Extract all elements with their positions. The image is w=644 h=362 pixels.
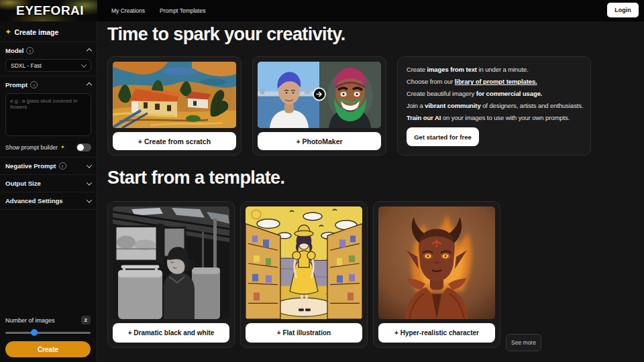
chevron-up-icon: [87, 82, 92, 87]
model-selected-value: SDXL - Fast: [11, 62, 42, 69]
feature-text: Choose from our: [407, 78, 455, 85]
negative-prompt-header[interactable]: Negative Prompt: [5, 162, 91, 170]
output-size-section: Output Size: [0, 175, 97, 192]
model-select[interactable]: SDXL - Fast: [5, 59, 91, 72]
chevron-up-icon: [87, 48, 92, 53]
prompt-section: Prompt Show prompt builder: [0, 76, 97, 158]
slider-thumb[interactable]: [31, 329, 38, 336]
sidebar-title: Create image: [14, 28, 58, 36]
logo-area: EYEFORAI: [0, 0, 97, 21]
prompt-builder-label: Show prompt builder: [5, 144, 58, 151]
topbar: EYEFORAI My Creations Prompt Templates L…: [0, 0, 644, 21]
login-button[interactable]: Login: [607, 3, 639, 17]
model-section-header[interactable]: Model: [5, 46, 91, 55]
feature-line: Join a vibrant community of designers, a…: [407, 100, 582, 112]
feature-bold: vibrant community: [425, 102, 480, 109]
feature-text: Join a: [407, 102, 425, 109]
feature-line: Train our AI on your images to use with …: [407, 112, 582, 124]
prompt-label: Prompt: [5, 81, 28, 88]
prompt-builder-row: Show prompt builder: [5, 143, 91, 152]
chevron-down-icon: [87, 180, 92, 185]
negative-prompt-section: Negative Prompt: [0, 158, 97, 175]
feature-text: Create: [407, 66, 427, 73]
photomaker-card[interactable]: + PhotoMaker: [252, 56, 386, 156]
feature-bold: for commercial usage.: [476, 90, 543, 97]
chevron-down-icon: [87, 162, 92, 168]
template-card-dramatic-bw[interactable]: + Dramatic black and white: [107, 201, 235, 348]
feature-line: Create beautiful imagery for commercial …: [407, 88, 582, 100]
dramatic-bw-image: [113, 206, 229, 319]
nav-my-creations[interactable]: My Creations: [111, 7, 145, 14]
app-logo[interactable]: EYEFORAI: [16, 3, 84, 18]
feature-bold: images from text: [427, 66, 476, 73]
advanced-settings-section: Advanced Settings: [0, 192, 97, 210]
number-of-images-label: Number of images: [5, 317, 55, 324]
model-label: Model: [5, 47, 23, 54]
number-of-images-value: 2: [81, 316, 91, 324]
feature-line: Choose from our library of prompt templa…: [407, 76, 582, 88]
info-icon[interactable]: [30, 81, 38, 88]
transform-arrow-icon: [313, 88, 325, 100]
see-more-button[interactable]: See more: [506, 334, 541, 351]
photomaker-button[interactable]: + PhotoMaker: [258, 132, 381, 150]
main-content: Time to spark your creativity.: [97, 21, 644, 362]
info-icon[interactable]: [59, 162, 66, 170]
template-card-hyper-realistic[interactable]: + Hyper-realistic character: [373, 201, 500, 348]
templates-title: Start from a template.: [107, 168, 284, 188]
prompt-builder-toggle[interactable]: [76, 143, 91, 152]
feature-line: Create images from text in under a minut…: [407, 64, 582, 76]
sidebar: Create image Model SDXL - Fast Prompt Sh…: [0, 21, 97, 362]
dramatic-bw-button[interactable]: + Dramatic black and white: [113, 323, 229, 343]
van-gogh-painting-image: [113, 62, 236, 128]
prompt-input[interactable]: [5, 93, 91, 136]
slider-track[interactable]: [5, 332, 91, 334]
feature-text: in under a minute.: [477, 66, 529, 73]
main-nav: My Creations Prompt Templates: [111, 7, 205, 14]
output-size-label: Output Size: [5, 180, 41, 187]
get-started-button[interactable]: Get started for free: [407, 127, 479, 146]
hyper-realistic-image: [378, 206, 495, 319]
feature-bold: Train our AI: [407, 114, 441, 121]
features-card: Create images from text in under a minut…: [397, 56, 591, 156]
hyper-realistic-button[interactable]: + Hyper-realistic character: [378, 323, 495, 343]
create-from-scratch-button[interactable]: + Create from scratch: [113, 132, 236, 150]
advanced-settings-label: Advanced Settings: [5, 197, 63, 204]
create-from-scratch-card[interactable]: + Create from scratch: [107, 56, 241, 156]
feature-text: on your images to use with your own prom…: [441, 114, 570, 121]
toggle-knob: [77, 144, 84, 151]
flat-illustration-image: [246, 206, 362, 319]
model-section: Model SDXL - Fast: [0, 42, 97, 76]
photomaker-image: [258, 62, 381, 128]
nav-prompt-templates[interactable]: Prompt Templates: [160, 7, 205, 14]
negative-prompt-label: Negative Prompt: [5, 162, 56, 170]
number-of-images-row: Number of images 2: [5, 316, 91, 324]
sparkle-icon: [60, 145, 65, 150]
number-of-images-slider[interactable]: [5, 329, 91, 336]
create-button[interactable]: Create: [5, 341, 91, 357]
chevron-down-icon: [87, 197, 92, 202]
sidebar-bottom: Number of images 2 Create: [5, 316, 91, 357]
chevron-down-icon: [81, 62, 87, 67]
feature-text: Create beautiful imagery: [407, 90, 476, 97]
prompt-section-header[interactable]: Prompt: [5, 80, 91, 89]
info-icon[interactable]: [26, 47, 34, 54]
create-image-header: Create image: [0, 21, 97, 42]
sparkle-icon: [5, 29, 11, 36]
feature-text: of designers, artists and enthusiasts.: [481, 102, 584, 109]
prompt-templates-link[interactable]: library of prompt templates.: [455, 78, 537, 85]
advanced-settings-header[interactable]: Advanced Settings: [5, 196, 91, 205]
template-card-flat-illustration[interactable]: + Flat illustration: [240, 201, 368, 348]
hero-title: Time to spark your creativity.: [107, 24, 345, 45]
output-size-header[interactable]: Output Size: [5, 179, 91, 188]
flat-illustration-button[interactable]: + Flat illustration: [246, 323, 362, 343]
